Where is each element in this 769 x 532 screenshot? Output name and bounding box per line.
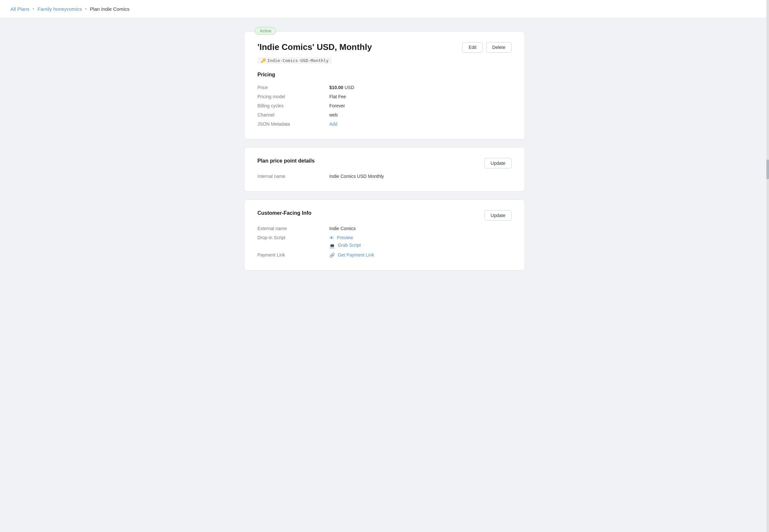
- key-icon: 🔑: [261, 58, 266, 63]
- grab-script-link-row: 💻 Grab Script: [329, 243, 511, 248]
- price-bold: $10.00: [329, 85, 343, 90]
- plan-action-buttons: Edit Delete: [462, 42, 511, 53]
- table-row: Billing cycles Forever: [258, 101, 511, 110]
- internal-name-label: Internal name: [258, 172, 329, 181]
- json-metadata-label: JSON Metadata: [258, 119, 329, 129]
- external-name-label: External name: [258, 224, 329, 233]
- price-point-update-button[interactable]: Update: [484, 158, 511, 168]
- price-value: $10.00 USD: [329, 83, 511, 92]
- pricing-model-value: Flat Fee: [329, 92, 511, 101]
- delete-button[interactable]: Delete: [486, 42, 511, 53]
- price-point-header: Plan price point details: [258, 158, 511, 169]
- payment-link-value: 🔗 Get Payment Link: [329, 250, 511, 260]
- price-currency: USD: [345, 85, 354, 90]
- channel-value: web: [329, 110, 511, 119]
- drop-in-script-value: 👁 Preview 💻 Grab Script: [329, 233, 511, 250]
- scrollbar-thumb[interactable]: [766, 160, 769, 179]
- breadcrumb-nav: All Plans • Family honeycomics • Plan In…: [0, 0, 769, 18]
- plan-id-text: Indie-Comics-USD-Monthly: [267, 58, 329, 63]
- grab-script-link[interactable]: Grab Script: [338, 243, 361, 248]
- table-row: Drop-in Script 👁 Preview 💻 Grab Script: [258, 233, 511, 250]
- plan-id-badge: 🔑 Indie-Comics-USD-Monthly: [258, 57, 332, 64]
- breadcrumb-sep-2: •: [85, 7, 87, 11]
- pricing-section-title: Pricing: [258, 72, 511, 78]
- breadcrumb-current: Plan Indie Comics: [90, 6, 129, 12]
- price-point-title: Plan price point details: [258, 158, 315, 164]
- script-icon: 💻: [329, 243, 335, 248]
- table-row: JSON Metadata Add: [258, 119, 511, 129]
- plan-title-block: 'Indie Comics' USD, Monthly: [258, 42, 372, 52]
- plan-details-card: Active 'Indie Comics' USD, Monthly Edit …: [244, 31, 525, 139]
- table-row: Payment Link 🔗 Get Payment Link: [258, 250, 511, 260]
- preview-link-row: 👁 Preview: [329, 235, 511, 241]
- payment-link-label: Payment Link: [258, 250, 329, 260]
- pricing-model-label: Pricing model: [258, 92, 329, 101]
- price-label: Price: [258, 83, 329, 92]
- customer-facing-card: Customer-Facing Info Update External nam…: [244, 199, 525, 271]
- link-icon: 🔗: [329, 253, 335, 258]
- breadcrumb-sep-1: •: [33, 7, 34, 11]
- billing-cycles-label: Billing cycles: [258, 101, 329, 110]
- plan-title: 'Indie Comics' USD, Monthly: [258, 42, 372, 52]
- channel-label: Channel: [258, 110, 329, 119]
- json-metadata-value: Add: [329, 119, 511, 129]
- price-point-table: Internal name Indie Comics USD Monthly: [258, 172, 511, 181]
- customer-facing-title: Customer-Facing Info: [258, 210, 311, 216]
- internal-name-value: Indie Comics USD Monthly: [329, 172, 511, 181]
- customer-facing-header: Customer-Facing Info: [258, 210, 511, 221]
- table-row: Price $10.00 USD: [258, 83, 511, 92]
- customer-facing-table: External name Indie Comics Drop-in Scrip…: [258, 224, 511, 260]
- drop-in-script-label: Drop-in Script: [258, 233, 329, 250]
- pricing-table: Price $10.00 USD Pricing model Flat Fee …: [258, 83, 511, 129]
- active-badge: Active: [255, 27, 276, 35]
- table-row: Pricing model Flat Fee: [258, 92, 511, 101]
- add-json-metadata-link[interactable]: Add: [329, 121, 337, 127]
- scrollbar[interactable]: [766, 0, 769, 284]
- preview-link[interactable]: Preview: [337, 235, 353, 240]
- customer-facing-update-button[interactable]: Update: [484, 210, 511, 221]
- edit-button[interactable]: Edit: [462, 42, 482, 53]
- price-point-card: Plan price point details Update Internal…: [244, 147, 525, 192]
- eye-icon: 👁: [329, 235, 334, 241]
- table-row: Channel web: [258, 110, 511, 119]
- breadcrumb-family[interactable]: Family honeycomics: [38, 6, 82, 12]
- table-row: External name Indie Comics: [258, 224, 511, 233]
- main-content: Active 'Indie Comics' USD, Monthly Edit …: [238, 18, 531, 284]
- plan-card-header: 'Indie Comics' USD, Monthly Edit Delete: [258, 42, 511, 53]
- external-name-value: Indie Comics: [329, 224, 511, 233]
- table-row: Internal name Indie Comics USD Monthly: [258, 172, 511, 181]
- breadcrumb-all-plans[interactable]: All Plans: [10, 6, 29, 12]
- billing-cycles-value: Forever: [329, 101, 511, 110]
- get-payment-link[interactable]: Get Payment Link: [338, 252, 374, 258]
